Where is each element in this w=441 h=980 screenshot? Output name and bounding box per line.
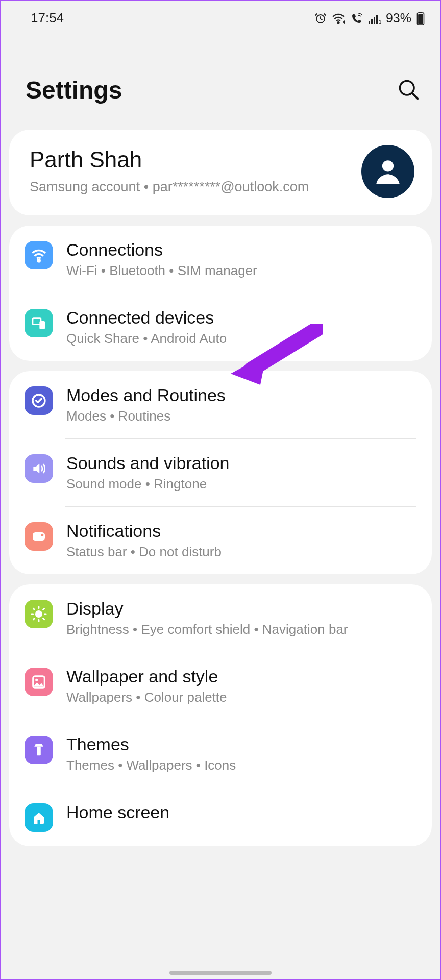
row-modes-routines[interactable]: Modes and Routines ModesRoutines: [9, 371, 432, 438]
status-right: + 1 93%: [314, 11, 425, 26]
row-home-screen[interactable]: Home screen: [9, 788, 432, 846]
gesture-bar: [169, 971, 272, 975]
home-icon: [24, 803, 53, 832]
settings-group-2: Modes and Routines ModesRoutines Sounds …: [9, 371, 432, 574]
svg-point-19: [41, 534, 43, 536]
avatar: [361, 145, 414, 198]
row-sounds-vibration[interactable]: Sounds and vibration Sound modeRingtone: [9, 439, 432, 506]
battery-icon: [416, 12, 425, 25]
row-themes[interactable]: Themes ThemesWallpapersIcons: [9, 720, 432, 788]
themes-icon: [24, 736, 53, 764]
wifi-icon: +: [332, 13, 345, 24]
row-subtitle: ModesRoutines: [66, 408, 416, 424]
svg-rect-16: [39, 321, 45, 329]
page-title: Settings: [26, 76, 122, 104]
search-icon: [397, 78, 420, 101]
sound-icon: [24, 454, 53, 483]
search-button[interactable]: [397, 78, 420, 103]
row-display[interactable]: Display BrightnessEye comfort shieldNavi…: [9, 584, 432, 652]
row-title: Modes and Routines: [66, 385, 416, 405]
svg-point-14: [38, 260, 40, 262]
settings-group-1: Connections Wi-FiBluetoothSIM manager Co…: [9, 226, 432, 361]
svg-line-26: [43, 619, 44, 620]
row-title: Wallpaper and style: [66, 667, 416, 687]
svg-line-27: [33, 619, 34, 620]
svg-rect-4: [371, 19, 373, 24]
row-subtitle: WallpapersColour palette: [66, 690, 416, 705]
wifi-calling-icon: [350, 12, 363, 24]
svg-text:+: +: [344, 19, 345, 23]
svg-point-20: [35, 610, 42, 618]
svg-point-1: [337, 22, 339, 23]
person-icon: [372, 155, 404, 188]
svg-rect-5: [374, 17, 375, 24]
svg-rect-3: [369, 21, 370, 24]
row-connected-devices[interactable]: Connected devices Quick ShareAndroid Aut…: [9, 293, 432, 361]
row-subtitle: BrightnessEye comfort shieldNavigation b…: [66, 622, 416, 638]
row-subtitle: Status barDo not disturb: [66, 544, 416, 560]
row-subtitle: Sound modeRingtone: [66, 476, 416, 492]
notifications-icon: [24, 522, 53, 551]
status-time: 17:54: [31, 10, 64, 26]
svg-rect-6: [376, 15, 378, 24]
row-title: Connected devices: [66, 308, 416, 328]
row-title: Sounds and vibration: [66, 453, 416, 473]
row-subtitle: Wi-FiBluetoothSIM manager: [66, 263, 416, 279]
row-title: Themes: [66, 734, 416, 754]
battery-percent: 93%: [386, 11, 411, 26]
wifi-icon: [24, 241, 53, 270]
title-row: Settings: [1, 26, 440, 119]
row-title: Connections: [66, 240, 416, 260]
account-subtitle: Samsung account • par*********@outlook.c…: [30, 178, 351, 196]
svg-line-12: [412, 93, 418, 99]
row-connections[interactable]: Connections Wi-FiBluetoothSIM manager: [9, 226, 432, 293]
svg-rect-9: [418, 14, 423, 24]
row-notifications[interactable]: Notifications Status barDo not disturb: [9, 507, 432, 574]
svg-rect-18: [33, 532, 45, 541]
svg-line-28: [43, 608, 44, 609]
settings-group-3: Display BrightnessEye comfort shieldNavi…: [9, 584, 432, 846]
devices-icon: [24, 309, 53, 337]
svg-line-25: [33, 608, 34, 609]
svg-text:1: 1: [379, 19, 381, 24]
svg-rect-31: [37, 747, 41, 756]
row-title: Notifications: [66, 521, 416, 541]
row-subtitle: ThemesWallpapersIcons: [66, 757, 416, 773]
svg-point-13: [382, 160, 394, 172]
svg-rect-10: [419, 12, 423, 13]
display-icon: [24, 600, 53, 628]
svg-point-30: [35, 679, 38, 681]
row-title: Home screen: [66, 802, 416, 822]
account-name: Parth Shah: [30, 147, 351, 173]
wallpaper-icon: [24, 668, 53, 696]
row-subtitle: Quick ShareAndroid Auto: [66, 331, 416, 347]
alarm-icon: [314, 12, 327, 24]
routines-icon: [24, 386, 53, 415]
row-wallpaper-style[interactable]: Wallpaper and style WallpapersColour pal…: [9, 652, 432, 720]
account-card[interactable]: Parth Shah Samsung account • par********…: [9, 130, 432, 215]
signal-icon: 1: [369, 13, 381, 24]
status-bar: 17:54 + 1 93%: [1, 1, 440, 26]
row-title: Display: [66, 599, 416, 619]
